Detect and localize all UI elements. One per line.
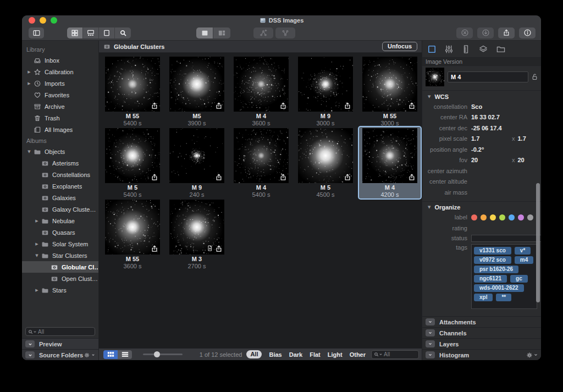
sidebar-item-all-images[interactable]: All Images (22, 124, 98, 135)
disclosure-triangle[interactable]: ▼ (428, 205, 430, 209)
image-cell[interactable]: M 55400 s (102, 127, 163, 198)
inspector-scrollbar[interactable] (536, 183, 540, 302)
layers-collapse-button[interactable] (426, 340, 435, 347)
image-cell[interactable]: M53900 s (166, 56, 228, 127)
tag-pill[interactable]: xpl (474, 294, 493, 301)
preview-collapse-button[interactable] (25, 340, 35, 347)
tab-sliders[interactable] (444, 45, 454, 54)
label-color-dot[interactable] (499, 214, 505, 220)
unlock-icon[interactable] (532, 73, 538, 81)
sidebar-search-field[interactable] (25, 327, 95, 336)
image-thumbnail[interactable] (105, 57, 160, 112)
label-color-dot[interactable] (490, 214, 496, 220)
tab-layers[interactable] (478, 45, 488, 54)
sidebar-item-archive[interactable]: Archive (22, 101, 98, 112)
unfocus-button[interactable]: Unfocus (382, 42, 417, 51)
histogram-collapse-button[interactable] (426, 351, 435, 358)
filter-bias[interactable]: Bias (269, 351, 282, 358)
filter-light[interactable]: Light (328, 351, 343, 358)
tag-pill[interactable]: ** (496, 294, 511, 301)
tag-pill[interactable]: v* (515, 247, 531, 255)
info-circle-button[interactable] (519, 27, 536, 38)
disclosure-triangle[interactable]: ▶ (33, 288, 41, 292)
preview-section-header[interactable]: Preview (22, 338, 98, 349)
sidebar-item-solar-system[interactable]: ▶Solar System (22, 238, 98, 250)
filter-other[interactable]: Other (350, 351, 366, 358)
disclosure-triangle[interactable]: ▼ (33, 253, 41, 258)
tag-pill[interactable]: m4 (515, 256, 533, 264)
version-name-input[interactable] (448, 71, 528, 82)
image-cell[interactable]: M 93000 s (295, 56, 356, 127)
tag-pill[interactable]: v1331 sco (474, 247, 511, 255)
node-link-button[interactable] (275, 27, 295, 38)
sidebar-item-stars[interactable]: ▶Stars (22, 284, 98, 296)
tag-pill[interactable]: ngc6121 (474, 275, 507, 283)
sidebar-item-galaxies[interactable]: Galaxies (22, 192, 98, 203)
sidebar-item-globular-cl[interactable]: Globular Cl… (22, 261, 98, 273)
close-window-button[interactable] (29, 17, 35, 24)
disclosure-triangle[interactable]: ▶ (33, 242, 41, 246)
image-thumbnail[interactable] (169, 128, 224, 183)
tag-pill[interactable]: v0972 sco (474, 256, 511, 264)
filter-flat[interactable]: Flat (310, 351, 321, 358)
channels-collapse-button[interactable] (426, 329, 435, 336)
tag-pill[interactable]: psr b1620-26 (474, 266, 518, 273)
tag-pill[interactable]: gc (510, 275, 528, 283)
sidebar-toggle-button[interactable] (29, 27, 44, 38)
sidebar-item-trash[interactable]: Trash (22, 112, 98, 124)
sidebar-item-star-clusters[interactable]: ▼Star Clusters (22, 250, 98, 261)
label-color-dot[interactable] (509, 214, 515, 220)
status-input[interactable] (471, 235, 541, 242)
sidebar-item-open-clust[interactable]: Open Clust… (22, 273, 98, 284)
filter-all[interactable]: All (246, 350, 262, 358)
disclosure-triangle[interactable]: ▶ (33, 219, 41, 223)
attachments-collapse-button[interactable] (426, 318, 435, 325)
grid-search-field[interactable] (371, 350, 419, 359)
image-thumbnail[interactable] (362, 57, 417, 112)
filmstrip-view-button[interactable] (83, 27, 99, 38)
disclosure-triangle[interactable]: ▶ (25, 81, 33, 86)
image-cell[interactable]: M 54500 s (295, 127, 356, 198)
zoom-window-button[interactable] (51, 17, 57, 24)
image-thumbnail[interactable] (105, 200, 160, 255)
image-cell[interactable]: M 9240 s (166, 127, 228, 198)
organize-section-header[interactable]: ▼ Organize (422, 201, 541, 212)
histogram-section-header[interactable]: Histogram (422, 349, 541, 360)
pane-single-button[interactable] (196, 27, 213, 38)
channels-section-header[interactable]: Channels (422, 327, 541, 338)
label-color-dot[interactable] (481, 214, 487, 220)
loupe-button[interactable] (115, 27, 131, 38)
clear-circle-button[interactable] (456, 27, 473, 38)
image-thumbnail[interactable] (169, 200, 224, 255)
image-thumbnail[interactable] (298, 57, 353, 112)
source-folders-collapse-button[interactable] (25, 351, 35, 358)
image-thumbnail[interactable] (234, 128, 289, 183)
download-circle-button[interactable] (477, 27, 494, 38)
disclosure-triangle[interactable]: ▼ (428, 95, 430, 99)
label-color-dot[interactable] (527, 214, 533, 220)
image-thumbnail[interactable] (298, 128, 353, 183)
disclosure-triangle[interactable]: ▶ (25, 70, 33, 74)
pane-split-button[interactable] (213, 27, 230, 38)
image-cell[interactable]: M 553000 s (359, 56, 421, 127)
histogram-action-menu[interactable] (526, 352, 538, 358)
sidebar-item-asterisms[interactable]: Asterisms (22, 157, 98, 169)
share-button[interactable] (498, 27, 515, 38)
image-cell[interactable]: M 32700 s (166, 198, 228, 270)
tag-pill[interactable]: wds-0001-2622 (474, 284, 524, 292)
image-thumbnail[interactable] (169, 57, 224, 112)
grid-view-button[interactable] (103, 350, 118, 359)
source-folders-section-header[interactable]: Source Folders (22, 349, 98, 360)
grid-view-button[interactable] (67, 27, 83, 38)
tab-folder[interactable] (496, 45, 506, 54)
filter-dark[interactable]: Dark (289, 351, 302, 358)
image-cell[interactable]: M 45400 s (230, 127, 292, 198)
sidebar-item-exoplanets[interactable]: Exoplanets (22, 180, 98, 192)
sidebar-item-inbox[interactable]: Inbox (22, 54, 98, 66)
version-thumbnail[interactable] (426, 68, 444, 86)
image-thumbnail[interactable] (234, 57, 289, 112)
tab-ruler[interactable] (461, 45, 471, 54)
slider-knob[interactable] (154, 351, 160, 357)
wcs-section-header[interactable]: ▼ WCS (422, 90, 541, 101)
sidebar-item-favorites[interactable]: Favorites (22, 89, 98, 101)
